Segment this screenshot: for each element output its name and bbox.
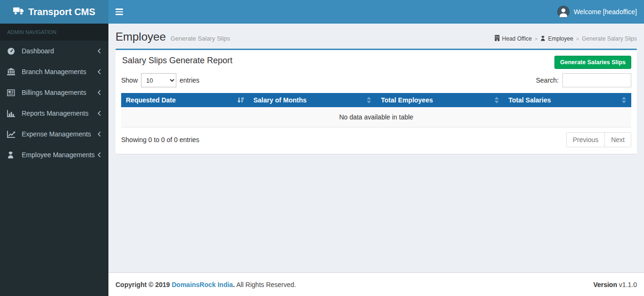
- sidebar: ADMIN NAVIGATION Dashboard Branch Manage…: [0, 24, 108, 296]
- user-secret-icon: [7, 151, 17, 159]
- truck-icon: [13, 7, 24, 17]
- brand-title: Transport CMS: [28, 7, 95, 17]
- page-title: Employee: [116, 30, 166, 43]
- chevron-left-icon: [97, 152, 101, 158]
- user-avatar: [557, 6, 570, 18]
- brand-logo[interactable]: Transport CMS: [0, 0, 108, 24]
- search-input[interactable]: [562, 73, 631, 87]
- hamburger-icon: [116, 8, 123, 15]
- page-length-select[interactable]: 10: [141, 73, 176, 87]
- main-footer: Copyright © 2019 DomainsRock India. All …: [108, 272, 644, 296]
- search-label: Search:: [536, 76, 559, 84]
- sidebar-section-label: ADMIN NAVIGATION: [0, 24, 108, 41]
- sidebar-item-billings-managements[interactable]: Billings Managements: [0, 82, 108, 103]
- copyright-prefix: Copyright © 2019: [116, 281, 170, 288]
- sort-both-icon: [621, 97, 627, 103]
- line-chart-icon: [7, 131, 17, 138]
- column-label: Total Salaries: [509, 96, 551, 104]
- rights-text: All Rights Reserved.: [235, 281, 296, 288]
- user-secret-icon: [540, 35, 545, 42]
- breadcrumb-label: Employee: [548, 35, 573, 42]
- sort-both-icon: [494, 97, 499, 103]
- breadcrumb-separator: >: [535, 36, 537, 42]
- sidebar-item-branch-managements[interactable]: Branch Managements: [0, 61, 108, 82]
- sidebar-item-label: Reports Managements: [22, 110, 89, 117]
- sidebar-item-reports-managements[interactable]: Reports Managements: [0, 103, 108, 124]
- dashboard-icon: [7, 47, 17, 55]
- column-label: Requested Date: [126, 96, 176, 104]
- version-label: Version: [593, 281, 617, 288]
- newspaper-icon: [7, 89, 17, 96]
- copyright-text: Copyright © 2019 DomainsRock India. All …: [116, 281, 296, 288]
- building-icon: [495, 35, 500, 42]
- sidebar-item-dashboard[interactable]: Dashboard: [0, 41, 108, 61]
- box-header: Salary Slips Generate Report Generate Sa…: [116, 50, 637, 71]
- generate-salary-slips-button[interactable]: Generate Salaries Slips: [554, 56, 631, 69]
- sidebar-item-employee-managements[interactable]: Employee Managements: [0, 144, 108, 165]
- breadcrumb-head-office[interactable]: Head Office: [495, 35, 532, 42]
- version-value: v1.1.0: [617, 281, 637, 288]
- sidebar-item-label: Branch Managements: [22, 68, 86, 76]
- empty-message: No data available in table: [121, 107, 631, 127]
- sidebar-item-label: Employee Managements: [22, 151, 95, 159]
- breadcrumb: Head Office > Employee > Generate Salary…: [495, 35, 637, 42]
- content-header: Employee Generate Salary Slips Head Offi…: [108, 24, 644, 47]
- show-label: Show: [121, 76, 138, 84]
- table-info: Showing 0 to 0 of 0 entries: [121, 136, 199, 144]
- company-link[interactable]: DomainsRock India: [172, 281, 233, 288]
- next-page-button[interactable]: Next: [604, 132, 631, 147]
- box-title: Salary Slips Generate Report: [122, 56, 232, 66]
- salary-slips-table: Requested Date: [121, 93, 631, 127]
- chevron-left-icon: [97, 131, 101, 137]
- column-label: Total Employees: [381, 96, 433, 104]
- search-control: Search:: [536, 73, 631, 87]
- sidebar-item-label: Expense Managements: [22, 130, 91, 138]
- content-wrapper: Employee Generate Salary Slips Head Offi…: [108, 24, 644, 272]
- sort-amount-asc-icon: [237, 97, 244, 103]
- sort-both-icon: [366, 97, 372, 103]
- box-body: Show 10 entries Search:: [116, 71, 637, 154]
- entries-label: entries: [180, 76, 199, 84]
- page-length-control: Show 10 entries: [121, 73, 199, 87]
- table-empty-row: No data available in table: [121, 107, 631, 127]
- report-box: Salary Slips Generate Report Generate Sa…: [116, 49, 637, 154]
- column-header-requested-date[interactable]: Requested Date: [121, 93, 249, 107]
- table-header-row: Requested Date: [121, 93, 631, 107]
- main-header: Transport CMS Welcome [headoffice]: [0, 0, 644, 24]
- breadcrumb-current: Generate Salary Slips: [582, 35, 637, 42]
- column-label: Salary of Months: [254, 96, 307, 104]
- column-header-total-salaries[interactable]: Total Salaries: [504, 93, 632, 107]
- column-header-total-employees[interactable]: Total Employees: [376, 93, 504, 107]
- sidebar-item-expense-managements[interactable]: Expense Managements: [0, 124, 108, 144]
- bar-chart-icon: [7, 110, 17, 117]
- breadcrumb-label: Head Office: [502, 35, 532, 42]
- chevron-left-icon: [97, 90, 101, 95]
- breadcrumb-separator: >: [576, 36, 579, 42]
- pagination: Previous Next: [566, 132, 631, 147]
- sidebar-item-label: Billings Managements: [22, 89, 86, 96]
- sidebar-toggle-button[interactable]: [108, 0, 130, 24]
- previous-page-button[interactable]: Previous: [566, 132, 605, 147]
- breadcrumb-employee[interactable]: Employee: [540, 35, 573, 42]
- datatable-controls: Show 10 entries Search:: [121, 73, 631, 87]
- content-body: Salary Slips Generate Report Generate Sa…: [108, 47, 644, 154]
- bank-icon: [7, 68, 17, 76]
- column-header-salary-of-months[interactable]: Salary of Months: [249, 93, 377, 107]
- user-menu[interactable]: Welcome [headoffice]: [550, 0, 644, 24]
- page-subtitle: Generate Salary Slips: [171, 35, 230, 42]
- welcome-text: Welcome [headoffice]: [574, 8, 637, 16]
- chevron-left-icon: [97, 110, 101, 116]
- top-navbar: Welcome [headoffice]: [108, 0, 644, 24]
- chevron-left-icon: [97, 69, 101, 75]
- chevron-left-icon: [97, 48, 101, 54]
- version-text: Version v1.1.0: [593, 281, 637, 288]
- datatable-footer: Showing 0 to 0 of 0 entries Previous Nex…: [121, 132, 631, 147]
- sidebar-item-label: Dashboard: [22, 47, 54, 55]
